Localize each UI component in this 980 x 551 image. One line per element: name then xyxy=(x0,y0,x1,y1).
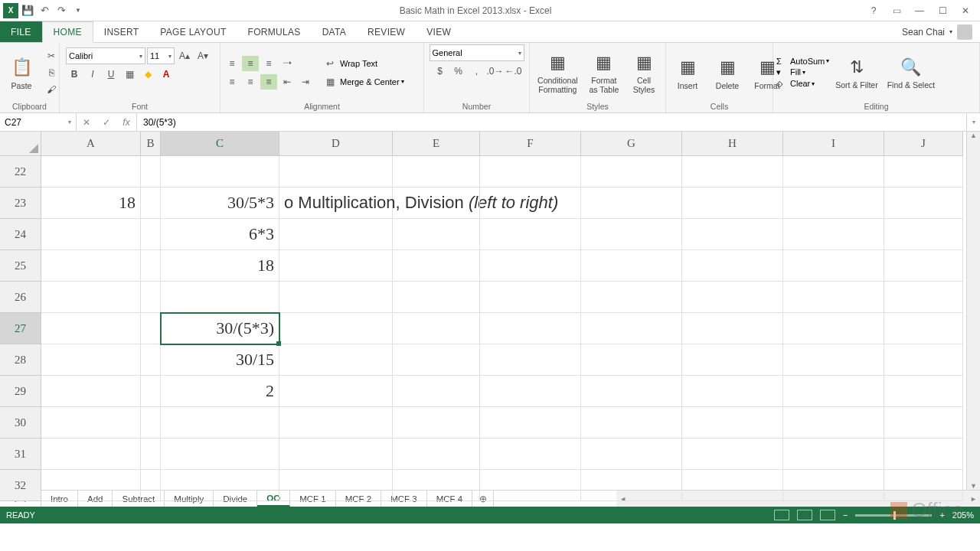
cell-A31[interactable] xyxy=(41,439,141,470)
align-middle-icon[interactable]: ≡ xyxy=(242,56,259,71)
cell-A27[interactable] xyxy=(41,313,141,344)
cell-J29[interactable] xyxy=(884,376,963,407)
sort-filter-button[interactable]: ⇅Sort & Filter xyxy=(832,54,880,92)
cell-E29[interactable] xyxy=(393,376,480,407)
cell-E22[interactable] xyxy=(393,156,480,187)
cell-G23[interactable] xyxy=(581,187,682,219)
border-button[interactable]: ▦ xyxy=(121,67,138,82)
cell-B25[interactable] xyxy=(141,250,161,282)
decrease-decimal-icon[interactable]: ←.0 xyxy=(505,64,522,79)
cell-D31[interactable] xyxy=(279,439,393,470)
cell-C23[interactable]: 30/5*3 xyxy=(161,187,279,219)
cell-G27[interactable] xyxy=(581,313,682,344)
excel-icon[interactable]: X xyxy=(3,3,18,18)
close-icon[interactable]: ✕ xyxy=(957,5,974,16)
cell-D32[interactable] xyxy=(279,470,393,501)
row-header-24[interactable]: 24 xyxy=(0,219,41,250)
align-left-icon[interactable]: ≡ xyxy=(224,74,240,90)
cell-J22[interactable] xyxy=(884,156,963,187)
cell-G28[interactable] xyxy=(581,344,682,376)
indent-dec-icon[interactable]: ⇤ xyxy=(279,74,296,90)
name-box[interactable]: C27▾ xyxy=(0,113,77,131)
cell-D27[interactable] xyxy=(279,313,393,344)
row-header-22[interactable]: 22 xyxy=(0,156,41,187)
cell-C26[interactable] xyxy=(161,282,279,313)
cell-D30[interactable] xyxy=(279,407,393,439)
cell-H23[interactable] xyxy=(682,187,783,219)
cell-I32[interactable] xyxy=(783,470,884,501)
cell-H27[interactable] xyxy=(682,313,783,344)
cell-B22[interactable] xyxy=(141,156,161,187)
cell-J28[interactable] xyxy=(884,344,963,376)
cell-C22[interactable] xyxy=(161,156,279,187)
undo-icon[interactable]: ↶ xyxy=(37,3,52,18)
tab-formulas[interactable]: FORMULAS xyxy=(237,21,312,42)
cell-I30[interactable] xyxy=(783,407,884,439)
cell-D25[interactable] xyxy=(279,250,393,282)
tab-page-layout[interactable]: PAGE LAYOUT xyxy=(149,21,237,42)
cell-G32[interactable] xyxy=(581,470,682,501)
cell-I27[interactable] xyxy=(783,313,884,344)
cell-F23[interactable] xyxy=(480,187,581,219)
cell-A23[interactable]: 18 xyxy=(41,187,141,219)
format-table-button[interactable]: ▦Format as Table xyxy=(586,49,622,96)
cell-G29[interactable] xyxy=(581,376,682,407)
cell-A25[interactable] xyxy=(41,250,141,282)
cell-A30[interactable] xyxy=(41,407,141,439)
cell-G24[interactable] xyxy=(581,219,682,250)
align-center-icon[interactable]: ≡ xyxy=(242,74,259,90)
col-header-I[interactable]: I xyxy=(783,132,884,156)
cell-A22[interactable] xyxy=(41,156,141,187)
cell-J25[interactable] xyxy=(884,250,963,282)
save-icon[interactable]: 💾 xyxy=(20,3,35,18)
cell-H24[interactable] xyxy=(682,219,783,250)
cell-G22[interactable] xyxy=(581,156,682,187)
cell-D28[interactable] xyxy=(279,344,393,376)
underline-button[interactable]: U xyxy=(103,67,119,82)
col-header-J[interactable]: J xyxy=(884,132,963,156)
col-header-H[interactable]: H xyxy=(682,132,783,156)
enter-formula-icon[interactable]: ✓ xyxy=(96,117,116,128)
row-header-23[interactable]: 23 xyxy=(0,187,41,219)
cell-E28[interactable] xyxy=(393,344,480,376)
cell-E31[interactable] xyxy=(393,439,480,470)
delete-cells-button[interactable]: ▦Delete xyxy=(709,54,746,92)
find-select-button[interactable]: 🔍Find & Select xyxy=(884,54,938,92)
cell-I23[interactable] xyxy=(783,187,884,219)
cell-H29[interactable] xyxy=(682,376,783,407)
vertical-scrollbar[interactable]: ▲▼ xyxy=(966,132,980,490)
cell-F26[interactable] xyxy=(480,282,581,313)
col-header-B[interactable]: B xyxy=(141,132,161,156)
tab-home[interactable]: HOME xyxy=(42,21,93,43)
wrap-text-button[interactable]: ↩Wrap Text xyxy=(322,56,404,71)
increase-decimal-icon[interactable]: .0→ xyxy=(487,64,504,79)
fill-button[interactable]: ▾Fill▾ xyxy=(776,67,829,77)
row-header-25[interactable]: 25 xyxy=(0,250,41,282)
cell-C25[interactable]: 18 xyxy=(161,250,279,282)
align-bottom-icon[interactable]: ≡ xyxy=(260,56,277,71)
cell-E25[interactable] xyxy=(393,250,480,282)
zoom-out-button[interactable]: − xyxy=(843,510,848,520)
col-header-A[interactable]: A xyxy=(41,132,141,156)
bold-button[interactable]: B xyxy=(66,67,83,82)
insert-cells-button[interactable]: ▦Insert xyxy=(669,54,706,92)
cell-F30[interactable] xyxy=(480,407,581,439)
tab-file[interactable]: FILE xyxy=(0,21,42,42)
cell-G30[interactable] xyxy=(581,407,682,439)
cell-J27[interactable] xyxy=(884,313,963,344)
cell-I22[interactable] xyxy=(783,156,884,187)
format-painter-icon[interactable]: 🖌 xyxy=(43,82,60,97)
cell-H32[interactable] xyxy=(682,470,783,501)
fx-icon[interactable]: fx xyxy=(116,117,136,128)
cell-G25[interactable] xyxy=(581,250,682,282)
cell-C30[interactable] xyxy=(161,407,279,439)
select-all-button[interactable] xyxy=(0,132,41,156)
conditional-formatting-button[interactable]: ▦Conditional Formatting xyxy=(533,49,583,96)
cell-D24[interactable] xyxy=(279,219,393,250)
comma-icon[interactable]: , xyxy=(469,64,485,79)
col-header-D[interactable]: D xyxy=(279,132,393,156)
row-header-32[interactable]: 32 xyxy=(0,470,41,501)
cell-E26[interactable] xyxy=(393,282,480,313)
autosum-button[interactable]: ΣAutoSum▾ xyxy=(776,57,829,66)
cell-F29[interactable] xyxy=(480,376,581,407)
